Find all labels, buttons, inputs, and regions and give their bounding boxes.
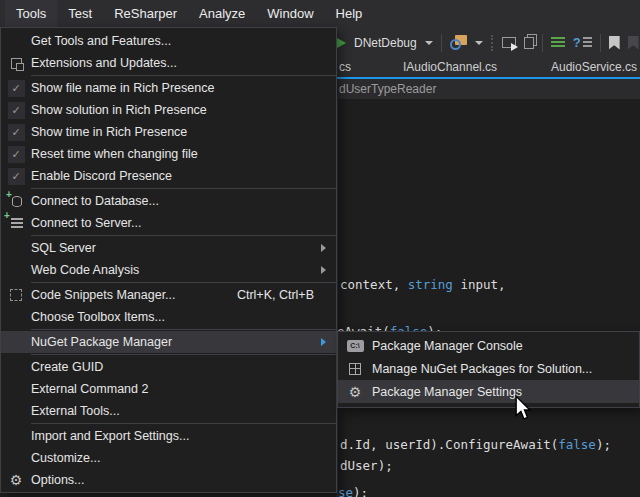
submenu-item-package-manager-console[interactable]: Package Manager Console [338,334,639,357]
menu-separator [31,188,336,189]
chevron-down-icon[interactable] [475,41,483,45]
selection-mode-icon[interactable] [502,37,516,48]
menu-item-label: Package Manager Console [372,339,639,353]
menu-icon-slot [1,80,31,97]
code-text: input, [453,277,506,292]
menu-separator [31,75,336,76]
toolbar-separator [441,34,442,52]
code-text: context, [340,277,408,292]
start-debug-icon[interactable] [337,38,346,48]
menu-item-show-time[interactable]: Show time in Rich Presence [1,121,336,143]
code-keyword: false [558,437,596,452]
menu-item-label: Web Code Analysis [31,263,321,277]
menu-separator [31,423,336,424]
menu-item-label: Import and Export Settings... [31,429,328,443]
menu-item-label: External Tools... [31,404,328,418]
menu-icon-slot [1,196,31,207]
gear-icon [349,385,362,399]
menu-item-show-file-name[interactable]: Show file name in Rich Presence [1,77,336,99]
menubar-item-help[interactable]: Help [325,0,374,27]
code-text: d.Id, userId).ConfigureAwait( [340,437,558,452]
menu-item-label: SQL Server [31,241,321,255]
code-line: d.Id, userId).ConfigureAwait(false); [340,437,611,452]
submenu-item-manage-nuget-packages[interactable]: Manage NuGet Packages for Solution... [338,357,639,380]
menu-item-connect-to-server[interactable]: Connect to Server... [1,212,336,234]
checkmark-icon [8,102,25,119]
code-keyword: string [408,277,453,292]
menubar-item-resharper[interactable]: ReSharper [103,0,188,27]
menu-separator [31,329,336,330]
prev-bookmark-icon[interactable] [628,36,639,50]
toolbar-separator [600,34,601,52]
chevron-down-icon[interactable] [425,41,433,45]
menu-item-label: Options... [31,473,328,487]
menu-item-connect-to-database[interactable]: Connect to Database... [1,190,336,212]
indent-guide [337,99,338,497]
menu-item-get-tools-and-features[interactable]: Get Tools and Features... [1,30,336,52]
toolbar-separator [542,34,543,52]
menu-icon-slot [338,385,372,399]
menu-shortcut: Ctrl+K, Ctrl+B [237,288,314,302]
checkmark-icon [8,146,25,163]
menu-icon-slot [1,168,31,185]
tab-partial[interactable]: cs [339,58,351,77]
menubar-item-analyze[interactable]: Analyze [188,0,256,27]
menu-icon-slot [1,473,31,487]
menu-item-extensions-and-updates[interactable]: Extensions and Updates... [1,52,336,74]
menu-item-label: Code Snippets Manager... [31,288,237,302]
menu-item-create-guid[interactable]: Create GUID [1,356,336,378]
checkmark-icon [8,80,25,97]
code-line: dUser); [340,458,393,473]
copy-icon[interactable] [524,37,534,49]
menu-item-options[interactable]: Options... [1,469,336,491]
menu-item-import-export-settings[interactable]: Import and Export Settings... [1,425,336,447]
menu-item-external-tools[interactable]: External Tools... [1,400,336,422]
menu-icon-slot [1,102,31,119]
extensions-icon [11,58,22,69]
menu-item-label: Connect to Database... [31,194,328,208]
tab-iaudiochannel[interactable]: IAudioChannel.cs [403,58,497,77]
menu-item-external-command-2[interactable]: External Command 2 [1,378,336,400]
bookmark-icon[interactable] [609,36,620,50]
menubar-item-test[interactable]: Test [57,0,103,27]
menu-item-enable-discord-presence[interactable]: Enable Discord Presence [1,165,336,187]
menu-item-label: External Command 2 [31,382,328,396]
gear-icon [10,473,23,487]
tab-audioservice[interactable]: AudioService.cs [551,58,637,77]
menu-item-web-code-analysis[interactable]: Web Code Analysis [1,259,336,281]
menu-bar: Tools Test ReSharper Analyze Window Help [0,0,640,27]
menubar-item-tools[interactable]: Tools [5,0,57,27]
code-line: context, string input, [340,277,506,292]
menubar-item-window[interactable]: Window [256,0,324,27]
menu-item-nuget-package-manager[interactable]: NuGet Package Manager [1,331,336,353]
submenu-item-package-manager-settings[interactable]: Package Manager Settings [338,380,639,403]
snippets-icon [10,289,22,301]
toolbar-grip[interactable] [491,35,494,51]
menu-item-reset-time[interactable]: Reset time when changing file [1,143,336,165]
menu-icon-slot [338,340,372,352]
mouse-cursor [514,395,532,421]
menu-item-choose-toolbox-items[interactable]: Choose Toolbox Items... [1,306,336,328]
nuget-submenu: Package Manager Console Manage NuGet Pac… [337,331,640,408]
format-indent-icon[interactable] [551,37,565,49]
menu-item-code-snippets-manager[interactable]: Code Snippets Manager... Ctrl+K, Ctrl+B [1,284,336,306]
code-keyword: se [338,485,353,497]
submenu-arrow-icon [321,266,326,274]
menu-item-customize[interactable]: Customize... [1,447,336,469]
find-in-files-icon[interactable] [450,35,467,50]
menu-item-sql-server[interactable]: SQL Server [1,237,336,259]
menu-item-label: Customize... [31,451,328,465]
code-text: ); [596,437,611,452]
menu-item-label: Extensions and Updates... [31,56,328,70]
run-config-label[interactable]: DNetDebug [354,36,417,50]
submenu-arrow-icon [321,244,326,252]
menu-item-show-solution[interactable]: Show solution in Rich Presence [1,99,336,121]
menu-separator [31,282,336,283]
code-line: se); [338,485,368,497]
menu-item-label: Create GUID [31,360,328,374]
menu-item-label: Manage NuGet Packages for Solution... [372,362,639,376]
comment-help-icon[interactable] [573,36,592,49]
checkmark-icon [8,124,25,141]
menu-icon-slot [1,124,31,141]
database-icon [12,196,22,207]
